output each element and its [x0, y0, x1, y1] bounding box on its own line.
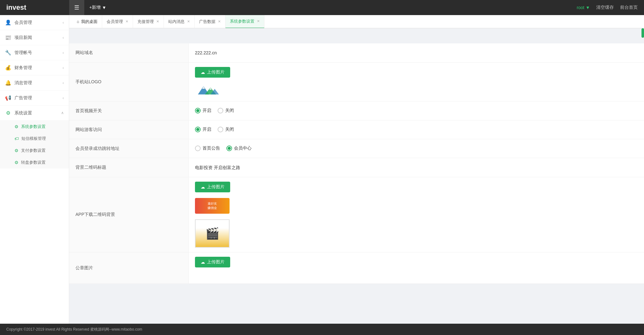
radio-redirect-notice[interactable]: 首页公告	[195, 146, 220, 151]
payconfig-icon: ⚙	[14, 148, 19, 153]
domain-value: 222.222.cn	[195, 48, 217, 58]
form-row-mobile-logo: 手机站LOGO ☁ 上传图片	[69, 63, 644, 102]
ads-icon: 📢	[5, 95, 11, 101]
sidebar-item-ads[interactable]: 📢 广告管理 ‹	[0, 91, 69, 106]
system-arrow: ∨	[61, 111, 64, 115]
value-seal: ☁ 上传图片	[189, 252, 644, 272]
tab-bar: ⌂ 我的桌面 会员管理 ✕ 充值管理 ✕ 站内消息 ✕ 广告数据 ✕ 系统参数设…	[69, 15, 644, 28]
tab-sysconfig[interactable]: 系统参数设置 ✕	[225, 15, 264, 28]
user-menu[interactable]: root ▼	[577, 5, 590, 10]
upload-logo-button[interactable]: ☁ 上传图片	[195, 67, 230, 78]
svg-marker-3	[202, 86, 205, 89]
app-qr-film-preview: 🎬	[195, 219, 230, 248]
header: invest ☰ +新增 ▼ root ▼ 清空缓存 前台首页	[0, 0, 644, 15]
smstemplate-icon: 🏷	[14, 136, 19, 141]
radio-circle-off	[218, 108, 223, 113]
tab-member[interactable]: 会员管理 ✕	[102, 15, 133, 28]
clear-cache-button[interactable]: 清空缓存	[596, 5, 614, 10]
tab-notice[interactable]: 站内消息 ✕	[164, 15, 195, 28]
value-guest: 开启 关闭	[189, 120, 644, 137]
radio-guest-circle-on	[195, 127, 201, 132]
upload-seal-button[interactable]: ☁ 上传图片	[195, 257, 230, 267]
sidebar-item-sysconfig[interactable]: ⚙ 系统参数设置	[0, 121, 69, 133]
form-row-app-qr: APP下载二维码背景 ☁ 上传图片 邀好友赚佣金	[69, 177, 644, 252]
sidebar-item-message[interactable]: 🔔 消息管理 ‹	[0, 75, 69, 91]
sidebar-item-system[interactable]: ⚙ 系统设置 ∨	[0, 106, 69, 121]
label-app-qr: APP下载二维码背景	[69, 177, 189, 252]
tab-recharge[interactable]: 充值管理 ✕	[133, 15, 164, 28]
radio-group-redirect: 首页公告 会员中心	[195, 144, 252, 151]
radio-guest-off[interactable]: 关闭	[218, 127, 234, 132]
message-icon: 🔔	[5, 80, 11, 86]
upload-seal-icon: ☁	[201, 260, 205, 265]
radio-video-off[interactable]: 关闭	[218, 108, 234, 113]
radio-guest-on[interactable]: 开启	[195, 127, 211, 132]
system-submenu: ⚙ 系统参数设置 🏷 短信模板管理 ⚙ 支付参数设置 ⚙ 转盘参数设置	[0, 121, 69, 168]
tab-sysconfig-close[interactable]: ✕	[257, 19, 260, 23]
main-content: 网站域名 222.222.cn 手机站LOGO ☁ 上传图片	[69, 43, 644, 312]
label-home-video: 首页视频开关	[69, 102, 189, 120]
form-row-seal: 公章图片 ☁ 上传图片	[69, 252, 644, 284]
diskconfig-icon: ⚙	[14, 160, 19, 165]
news-icon: 📰	[5, 35, 11, 41]
radio-group-video: 开启 关闭	[195, 106, 234, 113]
add-new-button[interactable]: +新增 ▼	[84, 5, 113, 10]
radio-group-guest: 开启 关闭	[195, 125, 234, 132]
value-app-qr: ☁ 上传图片 邀好友赚佣金 🎬	[189, 177, 644, 252]
tab-ads[interactable]: 广告数据 ✕	[195, 15, 225, 28]
label-domain: 网站域名	[69, 43, 189, 62]
radio-video-on[interactable]: 开启	[195, 108, 211, 113]
news-arrow: ‹	[63, 36, 64, 40]
form-row-login-redirect: 会员登录成功跳转地址 首页公告 会员中心	[69, 139, 644, 158]
radio-redirect-circle-center	[226, 146, 232, 151]
label-mobile-logo: 手机站LOGO	[69, 63, 189, 101]
upload-app-qr-button[interactable]: ☁ 上传图片	[195, 182, 230, 192]
value-domain: 222.222.cn	[189, 43, 644, 62]
member-arrow: ‹	[63, 20, 64, 25]
sidebar-item-finance[interactable]: 💰 财务管理 ‹	[0, 60, 69, 75]
radio-redirect-center[interactable]: 会员中心	[226, 146, 252, 151]
label-guest: 网站游客访问	[69, 120, 189, 139]
label-qr-title: 背景二维码标题	[69, 158, 189, 177]
tab-desk[interactable]: ⌂ 我的桌面	[72, 15, 102, 28]
sidebar-item-news[interactable]: 📰 项目新闻 ‹	[0, 30, 69, 45]
sidebar-item-diskconfig[interactable]: ⚙ 转盘参数设置	[0, 157, 69, 168]
tab-member-close[interactable]: ✕	[125, 19, 128, 24]
upload-icon: ☁	[201, 70, 205, 75]
value-login-redirect: 首页公告 会员中心	[189, 139, 644, 156]
radio-redirect-circle-notice	[195, 146, 201, 151]
member-icon: 👤	[5, 19, 11, 25]
tab-notice-close[interactable]: ✕	[187, 19, 190, 24]
qr-title-value: 电影投资 开启创富之路	[195, 162, 240, 173]
value-qr-title: 电影投资 开启创富之路	[189, 158, 644, 177]
radio-circle-on	[195, 108, 201, 113]
system-icon: ⚙	[5, 110, 11, 116]
message-arrow: ‹	[63, 81, 64, 85]
value-mobile-logo: ☁ 上传图片	[189, 63, 644, 101]
sidebar-item-smstemplate[interactable]: 🏷 短信模板管理	[0, 133, 69, 145]
sidebar: 👤 会员管理 ‹ 📰 项目新闻 ‹ 🔧 管理帐号 ‹ 💰 财务管理 ‹ 🔔 消息…	[0, 15, 69, 324]
scroll-indicator[interactable]	[641, 28, 644, 38]
form-row-guest: 网站游客访问 开启 关闭	[69, 120, 644, 139]
label-login-redirect: 会员登录成功跳转地址	[69, 139, 189, 158]
sidebar-item-member[interactable]: 👤 会员管理 ‹	[0, 15, 69, 30]
form-row-domain: 网站域名 222.222.cn	[69, 43, 644, 63]
account-icon: 🔧	[5, 50, 11, 56]
ads-arrow: ‹	[63, 96, 64, 100]
radio-guest-circle-off	[218, 127, 223, 132]
finance-icon: 💰	[5, 65, 11, 71]
tab-recharge-close[interactable]: ✕	[156, 19, 159, 24]
front-home-button[interactable]: 前台首页	[620, 5, 638, 10]
tab-ads-close[interactable]: ✕	[218, 19, 221, 24]
form-row-qr-title: 背景二维码标题 电影投资 开启创富之路	[69, 158, 644, 177]
home-icon: ⌂	[77, 19, 79, 24]
sysconfig-icon: ⚙	[14, 124, 19, 129]
finance-arrow: ‹	[63, 66, 64, 70]
logo-preview	[195, 83, 223, 97]
label-seal: 公章图片	[69, 252, 189, 283]
form-content: 网站域名 222.222.cn 手机站LOGO ☁ 上传图片	[69, 43, 644, 284]
menu-toggle-button[interactable]: ☰	[69, 0, 84, 15]
sidebar-item-payconfig[interactable]: ⚙ 支付参数设置	[0, 145, 69, 157]
account-arrow: ‹	[63, 51, 64, 55]
sidebar-item-account[interactable]: 🔧 管理帐号 ‹	[0, 45, 69, 60]
